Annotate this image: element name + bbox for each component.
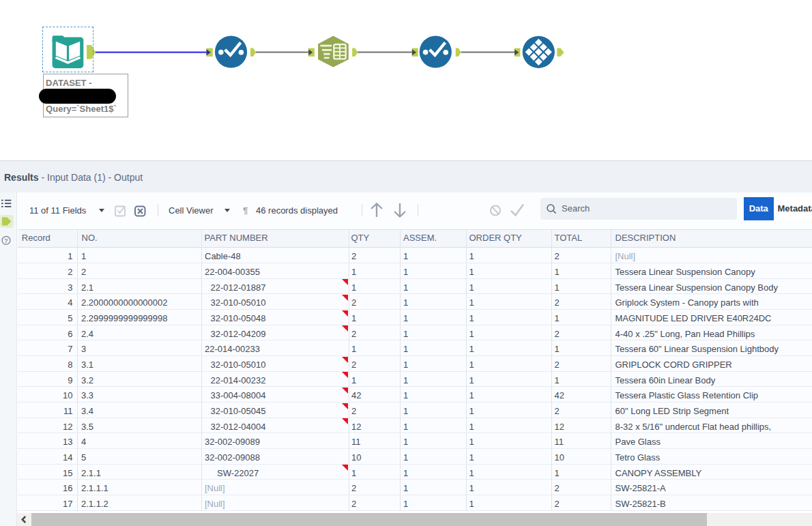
svg-text:?: ? xyxy=(4,237,8,244)
